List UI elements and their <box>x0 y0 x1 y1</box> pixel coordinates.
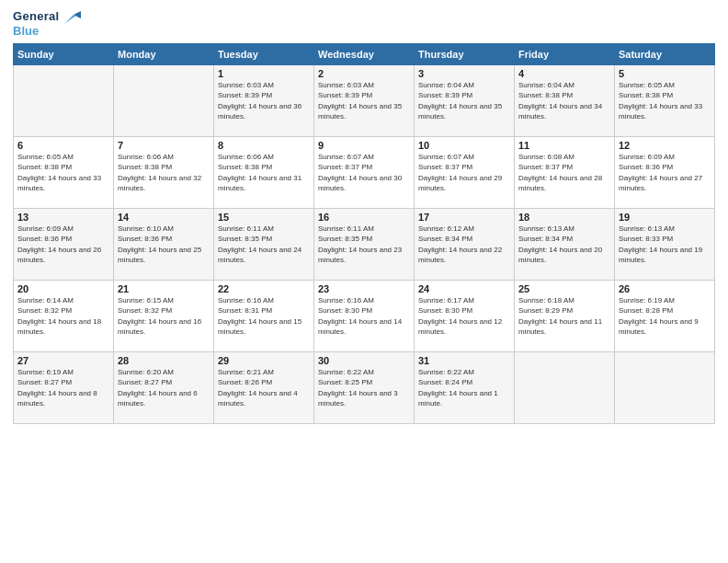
day-info: Sunrise: 6:20 AMSunset: 8:27 PMDaylight:… <box>118 367 210 408</box>
logo-text-general: General <box>13 9 81 24</box>
calendar-cell: 13Sunrise: 6:09 AMSunset: 8:36 PMDayligh… <box>14 209 114 281</box>
calendar-cell: 18Sunrise: 6:13 AMSunset: 8:34 PMDayligh… <box>515 209 615 281</box>
day-info: Sunrise: 6:04 AMSunset: 8:38 PMDaylight:… <box>518 80 610 121</box>
day-info: Sunrise: 6:19 AMSunset: 8:28 PMDaylight:… <box>619 295 711 337</box>
calendar-cell: 17Sunrise: 6:12 AMSunset: 8:34 PMDayligh… <box>415 209 515 281</box>
day-info: Sunrise: 6:10 AMSunset: 8:36 PMDaylight:… <box>118 224 210 265</box>
day-number: 20 <box>17 283 109 294</box>
calendar-cell: 24Sunrise: 6:17 AMSunset: 8:30 PMDayligh… <box>415 281 515 352</box>
header: General Blue <box>13 9 715 38</box>
day-number: 6 <box>17 140 109 151</box>
day-number: 28 <box>118 355 210 366</box>
calendar-cell: 22Sunrise: 6:16 AMSunset: 8:31 PMDayligh… <box>214 281 314 352</box>
day-number: 26 <box>619 283 711 294</box>
calendar-cell: 4Sunrise: 6:04 AMSunset: 8:38 PMDaylight… <box>515 65 615 137</box>
day-info: Sunrise: 6:11 AMSunset: 8:35 PMDaylight:… <box>318 224 410 265</box>
day-number: 7 <box>118 140 210 151</box>
day-number: 17 <box>418 212 510 223</box>
calendar-cell: 20Sunrise: 6:14 AMSunset: 8:32 PMDayligh… <box>14 281 114 352</box>
day-info: Sunrise: 6:06 AMSunset: 8:38 PMDaylight:… <box>218 152 310 193</box>
day-info: Sunrise: 6:18 AMSunset: 8:29 PMDaylight:… <box>518 295 610 337</box>
day-info: Sunrise: 6:16 AMSunset: 8:31 PMDaylight:… <box>218 295 310 337</box>
logo-bird-icon <box>64 11 81 24</box>
day-info: Sunrise: 6:11 AMSunset: 8:35 PMDaylight:… <box>218 224 310 265</box>
day-info: Sunrise: 6:09 AMSunset: 8:36 PMDaylight:… <box>619 152 711 193</box>
weekday-header-monday: Monday <box>114 44 214 65</box>
day-number: 3 <box>418 68 510 79</box>
day-info: Sunrise: 6:12 AMSunset: 8:34 PMDaylight:… <box>418 224 510 265</box>
page: General Blue SundayMondayTuesdayWednesda… <box>0 0 728 563</box>
calendar-cell: 30Sunrise: 6:22 AMSunset: 8:25 PMDayligh… <box>314 352 415 424</box>
day-number: 29 <box>218 355 310 366</box>
calendar-cell: 11Sunrise: 6:08 AMSunset: 8:37 PMDayligh… <box>515 137 615 209</box>
calendar-table: SundayMondayTuesdayWednesdayThursdayFrid… <box>13 43 715 424</box>
calendar-cell: 6Sunrise: 6:05 AMSunset: 8:38 PMDaylight… <box>14 137 114 209</box>
calendar-cell: 29Sunrise: 6:21 AMSunset: 8:26 PMDayligh… <box>214 352 314 424</box>
calendar-week-2: 6Sunrise: 6:05 AMSunset: 8:38 PMDaylight… <box>14 137 715 209</box>
day-number: 22 <box>218 283 310 294</box>
day-number: 19 <box>619 212 711 223</box>
calendar-week-4: 20Sunrise: 6:14 AMSunset: 8:32 PMDayligh… <box>14 281 715 352</box>
day-number: 31 <box>418 355 510 366</box>
calendar-cell: 7Sunrise: 6:06 AMSunset: 8:38 PMDaylight… <box>114 137 214 209</box>
day-info: Sunrise: 6:05 AMSunset: 8:38 PMDaylight:… <box>619 80 711 121</box>
day-info: Sunrise: 6:07 AMSunset: 8:37 PMDaylight:… <box>418 152 510 193</box>
calendar-cell: 1Sunrise: 6:03 AMSunset: 8:39 PMDaylight… <box>214 65 314 137</box>
day-info: Sunrise: 6:03 AMSunset: 8:39 PMDaylight:… <box>218 80 310 121</box>
day-info: Sunrise: 6:04 AMSunset: 8:39 PMDaylight:… <box>418 80 510 121</box>
day-number: 16 <box>318 212 410 223</box>
calendar-cell: 23Sunrise: 6:16 AMSunset: 8:30 PMDayligh… <box>314 281 415 352</box>
day-info: Sunrise: 6:22 AMSunset: 8:25 PMDaylight:… <box>318 367 410 408</box>
calendar-cell: 19Sunrise: 6:13 AMSunset: 8:33 PMDayligh… <box>615 209 715 281</box>
day-info: Sunrise: 6:03 AMSunset: 8:39 PMDaylight:… <box>318 80 410 121</box>
day-number: 13 <box>17 212 109 223</box>
calendar-cell: 3Sunrise: 6:04 AMSunset: 8:39 PMDaylight… <box>415 65 515 137</box>
weekday-header-thursday: Thursday <box>415 44 515 65</box>
calendar-cell: 31Sunrise: 6:22 AMSunset: 8:24 PMDayligh… <box>415 352 515 424</box>
calendar-cell <box>114 65 214 137</box>
day-number: 10 <box>418 140 510 151</box>
calendar-header-row: SundayMondayTuesdayWednesdayThursdayFrid… <box>14 44 715 65</box>
day-number: 12 <box>619 140 711 151</box>
day-info: Sunrise: 6:15 AMSunset: 8:32 PMDaylight:… <box>118 295 210 337</box>
day-number: 30 <box>318 355 410 366</box>
day-number: 25 <box>518 283 610 294</box>
day-number: 5 <box>619 68 711 79</box>
calendar-cell <box>615 352 715 424</box>
calendar-cell: 15Sunrise: 6:11 AMSunset: 8:35 PMDayligh… <box>214 209 314 281</box>
calendar-cell: 26Sunrise: 6:19 AMSunset: 8:28 PMDayligh… <box>615 281 715 352</box>
day-number: 21 <box>118 283 210 294</box>
calendar-cell: 12Sunrise: 6:09 AMSunset: 8:36 PMDayligh… <box>615 137 715 209</box>
day-info: Sunrise: 6:16 AMSunset: 8:30 PMDaylight:… <box>318 295 410 337</box>
logo: General Blue <box>13 9 81 38</box>
calendar-cell <box>515 352 615 424</box>
day-number: 2 <box>318 68 410 79</box>
calendar-cell: 28Sunrise: 6:20 AMSunset: 8:27 PMDayligh… <box>114 352 214 424</box>
weekday-header-saturday: Saturday <box>615 44 715 65</box>
day-info: Sunrise: 6:22 AMSunset: 8:24 PMDaylight:… <box>418 367 510 408</box>
calendar-cell <box>14 65 114 137</box>
day-number: 11 <box>518 140 610 151</box>
day-info: Sunrise: 6:17 AMSunset: 8:30 PMDaylight:… <box>418 295 510 337</box>
logo-text-blue: Blue <box>13 24 81 39</box>
day-info: Sunrise: 6:05 AMSunset: 8:38 PMDaylight:… <box>17 152 109 193</box>
day-number: 27 <box>17 355 109 366</box>
calendar-week-3: 13Sunrise: 6:09 AMSunset: 8:36 PMDayligh… <box>14 209 715 281</box>
day-info: Sunrise: 6:09 AMSunset: 8:36 PMDaylight:… <box>17 224 109 265</box>
day-number: 15 <box>218 212 310 223</box>
day-number: 1 <box>218 68 310 79</box>
calendar-cell: 2Sunrise: 6:03 AMSunset: 8:39 PMDaylight… <box>314 65 415 137</box>
day-info: Sunrise: 6:08 AMSunset: 8:37 PMDaylight:… <box>518 152 610 193</box>
calendar-week-5: 27Sunrise: 6:19 AMSunset: 8:27 PMDayligh… <box>14 352 715 424</box>
day-info: Sunrise: 6:13 AMSunset: 8:33 PMDaylight:… <box>619 224 711 265</box>
weekday-header-wednesday: Wednesday <box>314 44 415 65</box>
calendar-week-1: 1Sunrise: 6:03 AMSunset: 8:39 PMDaylight… <box>14 65 715 137</box>
day-number: 4 <box>518 68 610 79</box>
day-number: 8 <box>218 140 310 151</box>
day-info: Sunrise: 6:07 AMSunset: 8:37 PMDaylight:… <box>318 152 410 193</box>
day-info: Sunrise: 6:13 AMSunset: 8:34 PMDaylight:… <box>518 224 610 265</box>
calendar-cell: 25Sunrise: 6:18 AMSunset: 8:29 PMDayligh… <box>515 281 615 352</box>
calendar-cell: 16Sunrise: 6:11 AMSunset: 8:35 PMDayligh… <box>314 209 415 281</box>
svg-marker-1 <box>74 11 81 18</box>
day-number: 14 <box>118 212 210 223</box>
